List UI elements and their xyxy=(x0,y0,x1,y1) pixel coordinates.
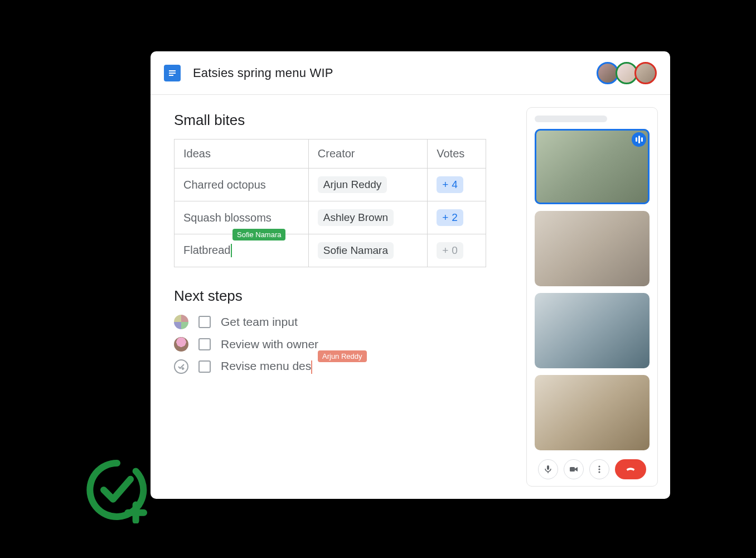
task-text[interactable]: Review with owner xyxy=(221,338,318,351)
video-tile[interactable] xyxy=(535,375,650,450)
speaking-indicator-icon xyxy=(632,132,646,147)
table-row: Charred octopus Arjun Reddy +4 xyxy=(175,169,486,201)
checkbox[interactable] xyxy=(198,360,211,373)
video-tile[interactable] xyxy=(535,211,650,286)
checkbox[interactable] xyxy=(198,338,211,350)
svg-point-5 xyxy=(598,465,600,467)
header: Eatsies spring menu WIP xyxy=(151,51,670,95)
svg-rect-1 xyxy=(169,73,176,74)
ideas-table: Ideas Creator Votes Charred octopus Arju… xyxy=(174,139,486,267)
docs-window: Eatsies spring menu WIP Small bites Idea… xyxy=(151,51,670,499)
task-text[interactable]: Get team input xyxy=(221,315,298,329)
checklist: Get team input Review with owner xyxy=(174,315,521,374)
vote-chip[interactable]: +0 xyxy=(437,242,463,259)
list-item: Revise menu des Arjun Reddy xyxy=(174,359,521,374)
assign-task-icon[interactable] xyxy=(174,359,188,374)
idea-cell[interactable]: Charred octopus xyxy=(175,169,309,201)
meet-controls xyxy=(535,459,650,479)
col-ideas: Ideas xyxy=(175,140,309,169)
creator-chip[interactable]: Ashley Brown xyxy=(318,209,394,226)
document-body[interactable]: Small bites Ideas Creator Votes Charred … xyxy=(151,95,526,499)
checkmark-plus-icon xyxy=(84,456,151,523)
idea-cell[interactable]: Flatbread Sofie Namara xyxy=(175,234,309,267)
svg-rect-3 xyxy=(547,465,549,470)
presence-cursor-label: Arjun Reddy xyxy=(318,350,367,362)
table-row: Flatbread Sofie Namara Sofie Namara +0 xyxy=(175,234,486,267)
document-title[interactable]: Eatsies spring menu WIP xyxy=(193,66,333,80)
task-text[interactable]: Revise menu des Arjun Reddy xyxy=(221,359,312,373)
meet-panel xyxy=(526,107,658,487)
mic-button[interactable] xyxy=(538,459,558,479)
table-row: Squash blossoms Ashley Brown +2 xyxy=(175,201,486,234)
video-tile[interactable] xyxy=(535,129,650,204)
vote-chip[interactable]: +2 xyxy=(437,209,463,226)
mic-icon xyxy=(544,465,553,474)
list-item: Review with owner xyxy=(174,337,521,352)
section-heading: Next steps xyxy=(174,287,521,305)
svg-point-6 xyxy=(598,468,600,470)
section-heading: Small bites xyxy=(174,112,521,129)
svg-point-7 xyxy=(598,471,600,473)
more-button[interactable] xyxy=(589,459,609,479)
collaborator-avatars xyxy=(600,62,657,84)
docs-app-icon xyxy=(164,65,181,81)
vote-chip[interactable]: +4 xyxy=(437,176,463,193)
assignee-team-icon[interactable] xyxy=(174,315,188,329)
presence-cursor-label: Sofie Namara xyxy=(232,229,285,240)
col-votes: Votes xyxy=(428,140,486,169)
checkbox[interactable] xyxy=(198,316,211,328)
video-tile[interactable] xyxy=(535,293,650,368)
camera-icon xyxy=(569,465,578,474)
phone-hangup-icon xyxy=(624,463,637,475)
camera-button[interactable] xyxy=(564,459,584,479)
creator-chip[interactable]: Sofie Namara xyxy=(318,242,394,259)
meet-title-placeholder xyxy=(535,116,607,122)
col-creator: Creator xyxy=(308,140,427,169)
assignee-avatar-icon[interactable] xyxy=(174,337,188,352)
creator-chip[interactable]: Arjun Reddy xyxy=(318,176,387,193)
svg-rect-0 xyxy=(169,70,176,71)
hangup-button[interactable] xyxy=(615,459,646,479)
more-vertical-icon xyxy=(595,465,604,474)
svg-rect-2 xyxy=(169,75,173,76)
avatar[interactable] xyxy=(634,62,657,84)
svg-rect-4 xyxy=(570,467,575,472)
list-item: Get team input xyxy=(174,315,521,329)
